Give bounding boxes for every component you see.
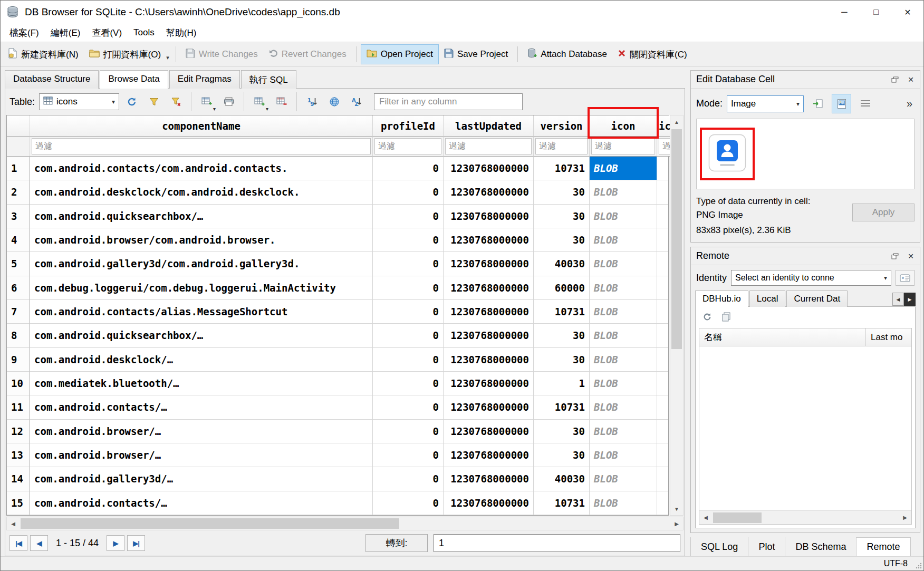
column-header-profileId[interactable]: profileId (373, 115, 444, 137)
scroll-right-icon[interactable]: ▶ (670, 517, 683, 530)
cell-componentName[interactable]: com.android.gallery3d/com.android.galler… (30, 252, 373, 276)
cell-componentName[interactable]: com.android.contacts/… (30, 491, 373, 515)
cell-version[interactable]: 30 (534, 228, 590, 252)
cell-version[interactable]: 30 (534, 420, 590, 443)
tab-edit-pragmas[interactable]: Edit Pragmas (169, 70, 240, 89)
cell-icon[interactable]: BLOB (590, 395, 657, 419)
write-changes-button[interactable]: Write Changes (180, 44, 263, 64)
row-number[interactable]: 12 (7, 420, 30, 443)
first-record-button[interactable]: |◀ (9, 535, 27, 551)
row-number[interactable]: 5 (7, 252, 30, 276)
filter-input-profileId[interactable]: 過濾 (374, 138, 441, 154)
save-filter-button[interactable] (166, 92, 186, 112)
column-header-componentName[interactable]: componentName (30, 115, 373, 137)
cell-version[interactable]: 40030 (534, 252, 590, 276)
cell-componentName[interactable]: com.android.browser/… (30, 420, 373, 443)
new-record-button[interactable]: ▾ (249, 92, 269, 112)
tab-remote[interactable]: Remote (856, 537, 910, 556)
cell-version[interactable]: 30 (534, 348, 590, 372)
vertical-scrollbar[interactable]: ▲ ▼ (670, 115, 684, 516)
cell-icon[interactable]: BLOB (590, 157, 657, 180)
cell-icon2[interactable] (657, 157, 668, 180)
cell-profileId[interactable]: 0 (373, 395, 444, 419)
filter-input-lastUpdated[interactable]: 過濾 (445, 138, 532, 154)
cell-icon[interactable]: BLOB (590, 348, 657, 372)
scroll-up-icon[interactable]: ▲ (670, 115, 683, 128)
close-panel-icon[interactable]: ✕ (904, 250, 918, 263)
cell-icon[interactable]: BLOB (590, 300, 657, 324)
cell-icon2[interactable] (657, 420, 668, 443)
cell-icon2[interactable] (657, 443, 668, 467)
horizontal-scrollbar[interactable]: ◀ ▶ (6, 517, 684, 530)
next-record-button[interactable]: ▶ (107, 535, 124, 551)
open-database-button[interactable]: 打開資料庫(O) (84, 44, 167, 64)
encoding-button[interactable] (324, 92, 344, 112)
cell-icon2[interactable] (657, 348, 668, 372)
float-panel-icon[interactable] (888, 73, 902, 86)
cell-profileId[interactable]: 0 (373, 372, 444, 395)
cell-lastUpdated[interactable]: 1230768000000 (444, 276, 534, 300)
menu-file[interactable]: 檔案(F) (4, 25, 45, 41)
cell-version[interactable]: 40030 (534, 467, 590, 491)
cell-componentName[interactable]: com.android.contacts/com.android.contact… (30, 157, 373, 180)
close-database-button[interactable]: 關閉資料庫(C) (612, 44, 692, 64)
cell-lastUpdated[interactable]: 1230768000000 (444, 252, 534, 276)
menu-tools[interactable]: Tools (128, 25, 160, 40)
cell-profileId[interactable]: 0 (373, 443, 444, 467)
cell-lastUpdated[interactable]: 1230768000000 (444, 205, 534, 228)
cell-version[interactable]: 10731 (534, 157, 590, 180)
tab-browse-data[interactable]: Browse Data (100, 70, 168, 89)
menu-edit[interactable]: 編輯(E) (45, 25, 86, 41)
cell-profileId[interactable]: 0 (373, 420, 444, 443)
filter-input-icon2[interactable]: 過濾 (659, 138, 671, 154)
clear-filters-button[interactable] (144, 92, 163, 112)
cell-profileId[interactable]: 0 (373, 180, 444, 204)
tabs-scroll-left-icon[interactable]: ◀ (892, 293, 904, 306)
cell-icon[interactable]: BLOB (590, 420, 657, 443)
remote-scroll-right-icon[interactable]: ▶ (899, 511, 911, 524)
maximize-icon[interactable]: □ (860, 1, 892, 24)
remote-column-name[interactable]: 名稱 (699, 328, 866, 346)
filter-input-icon[interactable]: 過濾 (591, 138, 655, 154)
cell-icon[interactable]: BLOB (590, 228, 657, 252)
tab-current-database[interactable]: Current Dat (786, 291, 848, 307)
row-number[interactable]: 8 (7, 324, 30, 347)
attach-database-button[interactable]: Attach Database (522, 44, 612, 64)
filter-input-version[interactable]: 過濾 (535, 138, 588, 154)
row-number[interactable]: 4 (7, 228, 30, 252)
row-number[interactable]: 15 (7, 491, 30, 515)
cell-componentName[interactable]: com.android.deskclock/… (30, 348, 373, 372)
cell-profileId[interactable]: 0 (373, 205, 444, 228)
remote-scroll-thumb[interactable] (713, 512, 762, 523)
cell-lastUpdated[interactable]: 1230768000000 (444, 324, 534, 347)
cell-componentName[interactable]: com.android.gallery3d/… (30, 467, 373, 491)
cell-profileId[interactable]: 0 (373, 348, 444, 372)
cell-componentName[interactable]: com.android.browser/… (30, 443, 373, 467)
menu-view[interactable]: 查看(V) (86, 25, 128, 41)
cell-lastUpdated[interactable]: 1230768000000 (444, 467, 534, 491)
cell-icon2[interactable] (657, 324, 668, 347)
cell-version[interactable]: 30 (534, 180, 590, 204)
cell-icon2[interactable] (657, 372, 668, 395)
float-panel-icon[interactable] (888, 250, 902, 263)
cell-icon[interactable]: BLOB (590, 276, 657, 300)
cell-componentName[interactable]: com.android.quicksearchbox/… (30, 324, 373, 347)
cell-version[interactable]: 30 (534, 443, 590, 467)
cell-lastUpdated[interactable]: 1230768000000 (444, 372, 534, 395)
remote-refresh-icon[interactable] (701, 311, 714, 323)
apply-button[interactable]: Apply (852, 204, 915, 221)
filter-input-componentName[interactable]: 過濾 (32, 138, 371, 154)
new-database-button[interactable]: 新建資料庫(N) (3, 44, 84, 64)
remote-scroll-left-icon[interactable]: ◀ (699, 511, 712, 524)
save-project-button[interactable]: Save Project (439, 44, 513, 64)
cell-icon2[interactable] (657, 228, 668, 252)
cell-profileId[interactable]: 0 (373, 491, 444, 515)
revert-changes-button[interactable]: Revert Changes (263, 44, 352, 64)
cell-componentName[interactable]: com.android.quicksearchbox/… (30, 205, 373, 228)
cell-icon2[interactable] (657, 205, 668, 228)
encoding-indicator[interactable]: UTF-8 (884, 559, 908, 568)
open-project-button[interactable]: Open Project (361, 44, 439, 64)
row-number[interactable]: 14 (7, 467, 30, 491)
menu-help[interactable]: 幫助(H) (160, 25, 203, 41)
cell-lastUpdated[interactable]: 1230768000000 (444, 180, 534, 204)
